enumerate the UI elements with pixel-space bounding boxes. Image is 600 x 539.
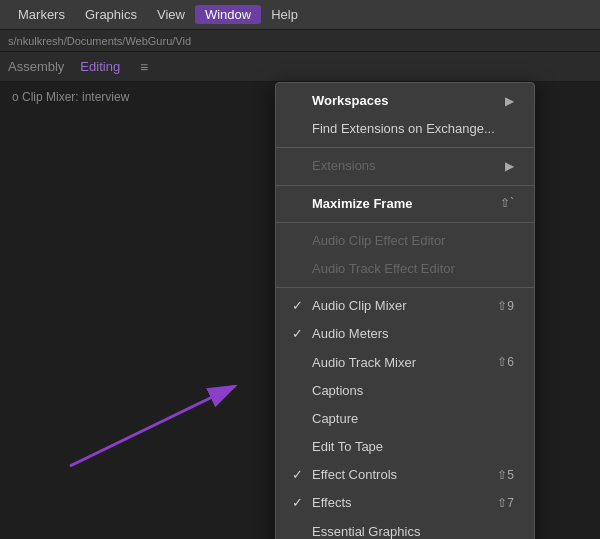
shortcut-atm: ⇧6 bbox=[497, 354, 514, 371]
label-maximize-frame: Maximize Frame bbox=[308, 195, 492, 213]
tab-assembly[interactable]: Assembly bbox=[8, 59, 64, 74]
menu-item-maximize-frame[interactable]: Maximize Frame ⇧` bbox=[276, 190, 534, 218]
menubar-view[interactable]: View bbox=[147, 5, 195, 24]
label-am: Audio Meters bbox=[308, 325, 514, 343]
window-menu-dropdown: Workspaces ▶ Find Extensions on Exchange… bbox=[275, 82, 535, 539]
menu-item-find-extensions[interactable]: Find Extensions on Exchange... bbox=[276, 115, 534, 143]
menu-item-audio-track-effect-editor: Audio Track Effect Editor bbox=[276, 255, 534, 283]
menubar-graphics[interactable]: Graphics bbox=[75, 5, 147, 24]
menu-item-audio-clip-mixer[interactable]: ✓ Audio Clip Mixer ⇧9 bbox=[276, 292, 534, 320]
arrow-annotation bbox=[40, 336, 270, 479]
label-captions: Captions bbox=[308, 382, 514, 400]
label-extensions: Extensions bbox=[308, 157, 505, 175]
menu-item-effects[interactable]: ✓ Effects ⇧7 bbox=[276, 489, 534, 517]
arrow-workspaces: ▶ bbox=[505, 93, 514, 110]
workspace-tabs: Assembly Editing ≡ bbox=[0, 52, 600, 82]
shortcut-acm: ⇧9 bbox=[497, 298, 514, 315]
shortcut-effects: ⇧7 bbox=[497, 495, 514, 512]
menu-item-audio-clip-effect-editor: Audio Clip Effect Editor bbox=[276, 227, 534, 255]
svg-line-1 bbox=[70, 386, 235, 466]
label-capture: Capture bbox=[308, 410, 514, 428]
path-text: s/nkulkresh/Documents/WebGuru/Vid bbox=[8, 35, 191, 47]
label-eg: Essential Graphics bbox=[308, 523, 514, 539]
shortcut-ec: ⇧5 bbox=[497, 467, 514, 484]
separator-3 bbox=[276, 222, 534, 223]
separator-4 bbox=[276, 287, 534, 288]
label-workspaces: Workspaces bbox=[308, 92, 505, 110]
check-effects: ✓ bbox=[292, 494, 308, 512]
menu-item-workspaces[interactable]: Workspaces ▶ bbox=[276, 87, 534, 115]
menu-item-edit-to-tape[interactable]: Edit To Tape bbox=[276, 433, 534, 461]
label-ec: Effect Controls bbox=[308, 466, 489, 484]
menu-item-capture[interactable]: Capture bbox=[276, 405, 534, 433]
main-content: o Clip Mixer: interview Workspaces ▶ Fin… bbox=[0, 82, 600, 539]
label-atm: Audio Track Mixer bbox=[308, 354, 489, 372]
check-acm: ✓ bbox=[292, 297, 308, 315]
separator-2 bbox=[276, 185, 534, 186]
workspace-menu-icon[interactable]: ≡ bbox=[140, 59, 148, 75]
check-ec: ✓ bbox=[292, 466, 308, 484]
tab-editing[interactable]: Editing bbox=[80, 59, 120, 74]
label-find-extensions: Find Extensions on Exchange... bbox=[308, 120, 514, 138]
arrow-svg bbox=[40, 336, 270, 476]
arrow-extensions: ▶ bbox=[505, 158, 514, 175]
menu-item-captions[interactable]: Captions bbox=[276, 377, 534, 405]
menubar-window[interactable]: Window bbox=[195, 5, 261, 24]
path-bar: s/nkulkresh/Documents/WebGuru/Vid bbox=[0, 30, 600, 52]
menubar-help[interactable]: Help bbox=[261, 5, 308, 24]
check-am: ✓ bbox=[292, 325, 308, 343]
menubar-markers[interactable]: Markers bbox=[8, 5, 75, 24]
label-ett: Edit To Tape bbox=[308, 438, 514, 456]
label-acm: Audio Clip Mixer bbox=[308, 297, 489, 315]
label-effects: Effects bbox=[308, 494, 489, 512]
label-ace: Audio Clip Effect Editor bbox=[308, 232, 514, 250]
menu-item-audio-meters[interactable]: ✓ Audio Meters bbox=[276, 320, 534, 348]
label-atee: Audio Track Effect Editor bbox=[308, 260, 514, 278]
separator-1 bbox=[276, 147, 534, 148]
menu-item-extensions: Extensions ▶ bbox=[276, 152, 534, 180]
menu-item-effect-controls[interactable]: ✓ Effect Controls ⇧5 bbox=[276, 461, 534, 489]
menu-item-essential-graphics[interactable]: Essential Graphics bbox=[276, 518, 534, 539]
menu-item-audio-track-mixer[interactable]: Audio Track Mixer ⇧6 bbox=[276, 349, 534, 377]
menubar: Markers Graphics View Window Help bbox=[0, 0, 600, 30]
shortcut-maximize-frame: ⇧` bbox=[500, 195, 514, 212]
